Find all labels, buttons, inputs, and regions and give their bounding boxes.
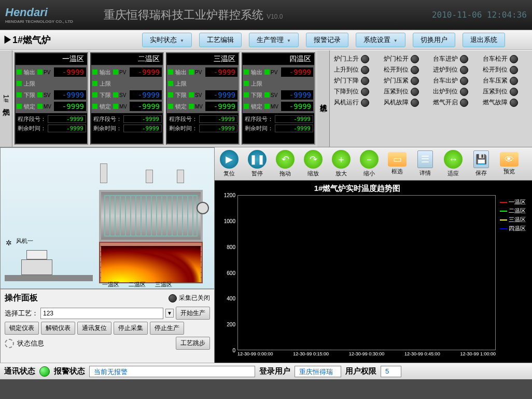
mech-item-3: 台车松开: [483, 54, 528, 63]
status-info-label: 状态信息: [17, 339, 173, 348]
mech-item-5: 松开到位: [384, 65, 429, 74]
main-panel: 1#燃气炉 一温区输出PV-9999上限下限SV-9999锁定MV-9999程序…: [0, 50, 532, 147]
collect-status: 采集已关闭: [169, 294, 210, 302]
详情-icon: ☰: [417, 150, 433, 168]
select-process-label: 选择工艺：: [5, 309, 38, 318]
fan-icon: ✲: [6, 239, 12, 247]
op-btn-3[interactable]: 停止采集: [114, 322, 148, 335]
chart-toolbar: ▶复位❚❚暂停↶拖动↷缩放＋放大－缩小▭框选☰详情↔适应💾保存👁预览: [215, 147, 532, 181]
led-icon: [510, 99, 518, 107]
mech-item-10: 台车出炉: [433, 76, 479, 85]
menu-3[interactable]: 报警记录: [306, 33, 348, 47]
toolbar-缩放[interactable]: ↷缩放: [300, 149, 327, 178]
menu-1[interactable]: 工艺编辑: [199, 33, 242, 47]
led-icon: [460, 66, 468, 74]
保存-icon: 💾: [473, 150, 489, 168]
mech-item-2: 台车进炉: [433, 54, 479, 63]
toolbar-预览[interactable]: 👁预览: [496, 149, 523, 178]
led-icon: [361, 99, 369, 107]
start-production-button[interactable]: 开始生产: [176, 307, 210, 320]
comm-status-label: 通讯状态: [4, 366, 35, 376]
预览-icon: 👁: [500, 152, 519, 167]
led-icon: [411, 99, 419, 107]
menu-5[interactable]: 切换用户: [413, 33, 455, 47]
chart: 1#燃气炉实时温度趋势图 020040060080010001200 12-30…: [215, 181, 532, 363]
comm-led-icon: [39, 366, 50, 377]
led-icon: [510, 55, 518, 63]
led-icon: [361, 77, 369, 85]
zone-label-1: 一温区: [102, 281, 119, 288]
mech-item-9: 炉门压紧: [384, 76, 429, 85]
toolbar-复位[interactable]: ▶复位: [216, 149, 243, 178]
side-label-furnace: 1#燃气炉: [0, 50, 12, 147]
led-icon: [411, 88, 419, 96]
op-title: 操作面板: [5, 293, 169, 304]
toolbar-放大[interactable]: ＋放大: [328, 149, 355, 178]
perm-label: 用户权限: [345, 366, 376, 376]
select-process-input[interactable]: [40, 308, 163, 319]
op-btn-0[interactable]: 锁定仪表: [5, 322, 39, 335]
menu-2[interactable]: 生产管理: [249, 33, 299, 47]
led-icon: [460, 77, 468, 85]
toolbar-拖动[interactable]: ↶拖动: [272, 149, 299, 178]
toolbar-框选[interactable]: ▭框选: [384, 149, 411, 178]
furnace-diagram: ✲ 风机一 一温区 二温区 三温区 操作面板 采集已关闭 选择工艺： ▼ 开始生…: [0, 147, 215, 363]
menu-0[interactable]: 实时状态: [142, 33, 192, 47]
menubar: ▶1#燃气炉 实时状态工艺编辑生产管理报警记录系统设置切换用户退出系统: [0, 30, 532, 50]
toolbar-适应[interactable]: ↔适应: [440, 149, 467, 178]
alarm-text: 当前无报警: [89, 366, 255, 377]
zone-0: 一温区输出PV-9999上限下限SV-9999锁定MV-9999程序段号：-99…: [15, 52, 88, 145]
led-icon: [411, 55, 419, 63]
menu-6[interactable]: 退出系统: [463, 33, 505, 47]
alarm-status-label: 报警状态: [54, 366, 85, 376]
op-btn-2[interactable]: 通讯复位: [77, 322, 111, 335]
mech-item-7: 松开到位: [483, 65, 528, 74]
mech-item-14: 出炉到位: [433, 87, 479, 96]
zone-1: 二温区输出PV-9999上限下限SV-9999锁定MV-9999程序段号：-99…: [90, 52, 164, 145]
mech-item-15: 压紧到位: [483, 87, 528, 96]
fan-label: 风机一: [16, 237, 33, 245]
zone-2: 三温区输出PV-9999上限下限SV-9999锁定MV-9999程序段号：-99…: [166, 52, 240, 145]
led-icon: [361, 88, 369, 96]
operation-panel: 操作面板 采集已关闭 选择工艺： ▼ 开始生产 锁定仪表解锁仪表通讯复位停止采集…: [1, 289, 214, 363]
led-icon: [361, 66, 369, 74]
缩小-icon: －: [360, 150, 379, 169]
chart-plot[interactable]: [237, 195, 496, 350]
perm-value: 5: [381, 366, 401, 377]
toolbar-详情[interactable]: ☰详情: [412, 149, 439, 178]
op-btn-4[interactable]: 停止生产: [150, 322, 184, 335]
logo: Hendari HENDARI TECHNOLOGY CO., LTD: [5, 6, 104, 24]
led-icon: [460, 55, 468, 63]
menu-4[interactable]: 系统设置: [356, 33, 405, 47]
chart-title: 1#燃气炉实时温度趋势图: [217, 183, 498, 195]
toolbar-保存[interactable]: 💾保存: [468, 149, 495, 178]
mech-item-4: 上升到位: [334, 65, 380, 74]
led-icon: [510, 66, 518, 74]
mech-item-0: 炉门上升: [334, 54, 380, 63]
side-label-mech: 机械状态: [317, 50, 330, 147]
header: Hendari HENDARI TECHNOLOGY CO., LTD 重庆恒得…: [0, 0, 532, 30]
zone-3: 四温区输出PV-9999上限下限SV-9999锁定MV-9999程序段号：-99…: [242, 52, 315, 145]
furnace-label: ▶1#燃气炉: [3, 34, 138, 46]
op-btn-1[interactable]: 解锁仪表: [41, 322, 75, 335]
mech-item-8: 炉门下降: [334, 76, 380, 85]
toolbar-暂停[interactable]: ❚❚暂停: [244, 149, 271, 178]
适应-icon: ↔: [444, 150, 463, 169]
mech-item-16: 风机运行: [334, 98, 380, 107]
chart-legend: 一温区二温区三温区四温区: [498, 183, 530, 361]
led-icon: [460, 99, 468, 107]
spinner-icon: [5, 339, 14, 348]
toolbar-缩小[interactable]: －缩小: [356, 149, 383, 178]
led-icon: [169, 294, 177, 302]
led-icon: [361, 55, 369, 63]
mech-item-11: 台车压紧: [483, 76, 528, 85]
复位-icon: ▶: [220, 150, 239, 169]
mech-status-panel: 炉门上升炉门松开台车进炉台车松开上升到位松开到位进炉到位松开到位炉门下降炉门压紧…: [330, 50, 532, 147]
mech-item-13: 压紧到位: [384, 87, 429, 96]
process-jump-button[interactable]: 工艺跳步: [176, 337, 210, 350]
led-icon: [510, 77, 518, 85]
暂停-icon: ❚❚: [248, 150, 267, 169]
led-icon: [460, 88, 468, 96]
mech-item-12: 下降到位: [334, 87, 380, 96]
缩放-icon: ↷: [304, 150, 323, 169]
